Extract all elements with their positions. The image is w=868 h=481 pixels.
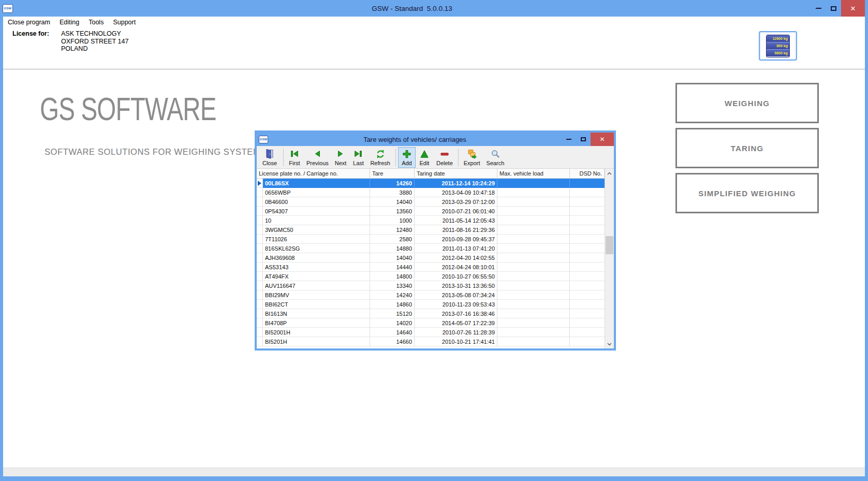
table-row[interactable]: AT494FX148002010-10-27 06:55:50 [257,272,614,281]
cell-date: 2013-10-31 13:36:50 [415,281,497,290]
dialog-close-button[interactable]: ✕ [591,133,614,146]
maximize-button[interactable] [826,0,841,17]
table-row[interactable]: BI52001H146402010-07-26 11:28:39 [257,328,614,337]
scale-display-button[interactable]: 12600 kg 800 kg 9600 kg [759,31,797,61]
dialog-maximize-button[interactable] [576,133,591,146]
dialog-titlebar: GSW Tare weights of vehicles/ carriages … [257,133,614,146]
table-row[interactable]: 00L86SX142602011-12-14 10:24:29 [257,179,614,188]
cell-plate: BI5201H [263,337,370,346]
toolbar-add-button[interactable]: Add [398,147,416,168]
column-header-tare[interactable]: Tare [370,169,415,178]
toolbar-separator [283,149,284,166]
toolbar-last-button[interactable]: Last [349,147,367,168]
cell-dsd [570,318,605,328]
table-row[interactable]: 1010002011-05-14 12:05:43 [257,216,614,225]
cell-tare: 13560 [370,207,415,216]
cell-date: 2010-10-21 17:41:41 [415,337,497,346]
cell-date: 2011-01-13 07:41:20 [415,244,497,253]
cell-plate: 00L86SX [263,179,370,188]
cell-date: 2011-08-16 21:29:36 [415,225,497,235]
toolbar-edit-button[interactable]: Edit [416,147,433,168]
selected-row-arrow-icon [258,181,261,186]
menu-close-program[interactable]: Close program [3,18,55,27]
toolbar-export-button[interactable]: Export [461,147,483,168]
row-indicator [257,253,263,263]
cell-date: 2011-05-14 12:05:43 [415,216,497,225]
toolbar-next-button[interactable]: Next [332,147,350,168]
column-header-plate[interactable]: License plate no. / Carriage no. [257,169,370,178]
scroll-down-button[interactable] [605,340,614,348]
scale-display-row: 9600 kg [767,50,789,56]
row-indicator [257,281,263,290]
table-row[interactable]: 816SKL62SG148802011-01-13 07:41:20 [257,244,614,253]
toolbar-previous-button[interactable]: Previous [303,147,332,168]
toolbar-first-button[interactable]: First [286,147,303,168]
menu-support[interactable]: Support [108,18,140,27]
gs-software-logo: GS SOFTWARE SOFTWARE SOLUTIONS FOR WEIGH… [37,76,255,157]
scrollbar-thumb[interactable] [606,236,613,254]
toolbar-close-button[interactable]: Close [258,147,281,168]
cell-dsd [570,207,605,216]
dialog-controls: ✕ [562,133,614,146]
table-row[interactable]: 0P54307135602010-07-21 06:01:40 [257,207,614,216]
column-header-date[interactable]: Taring date [415,169,497,178]
toolbar-search-button[interactable]: Search [483,147,508,168]
table-row[interactable]: AJH369608140402012-04-20 14:02:55 [257,253,614,263]
column-header-max-load[interactable]: Max. vehicle load [497,169,570,178]
cell-plate: 7T11026 [263,235,370,244]
weighing-button[interactable]: WEIGHING [675,83,819,123]
cell-plate: 0B46600 [263,197,370,207]
cell-dsd [570,216,605,225]
cell-max-load [497,337,570,346]
cell-max-load [497,216,570,225]
table-row[interactable]: BI5201H146602010-10-21 17:41:41 [257,337,614,346]
toolbar-refresh-button[interactable]: Refresh [367,147,393,168]
cell-plate: 3WGMC50 [263,225,370,235]
simplified-weighing-button[interactable]: SIMPLIFIED WEIGHING [675,173,819,213]
cell-max-load [497,188,570,197]
table-row[interactable]: 0B46600140402013-03-29 07:12:00 [257,197,614,207]
table-row[interactable]: 0656WBP38802013-04-09 10:47:18 [257,188,614,197]
dialog-minimize-button[interactable] [562,133,576,146]
last-icon [353,149,363,159]
window-border [865,17,868,481]
cell-date: 2010-07-21 06:01:40 [415,207,497,216]
menu-editing[interactable]: Editing [55,18,84,27]
table-row[interactable]: BI1613N151202013-07-16 16:38:46 [257,309,614,318]
row-indicator [257,235,263,244]
cell-date: 2012-04-20 14:02:55 [415,253,497,263]
license-line: OXFORD STREET 147 [61,38,128,46]
cell-dsd [570,281,605,290]
table-row[interactable]: BBI29MV142402013-05-08 07:34:24 [257,290,614,300]
minimize-button[interactable] [811,0,826,17]
cell-max-load [497,207,570,216]
taring-button[interactable]: TARING [675,128,819,168]
table-row[interactable]: BBI62CT148602010-11-23 09:53:43 [257,300,614,309]
vertical-scrollbar[interactable] [605,169,614,348]
table-row[interactable]: 7T1102625802010-09-28 09:45:37 [257,235,614,244]
cell-plate: BI4708P [263,318,370,328]
table-row[interactable]: AS53143144402012-04-24 08:10:01 [257,263,614,272]
cell-max-load [497,253,570,263]
table-row[interactable]: AUV116647133402013-10-31 13:36:50 [257,281,614,290]
cell-dsd [570,244,605,253]
cell-tare: 2580 [370,235,415,244]
table-header: License plate no. / Carriage no. Tare Ta… [257,169,614,179]
refresh-icon [375,149,386,159]
close-button[interactable]: ✕ [841,0,865,17]
cell-dsd [570,263,605,272]
tare-table: License plate no. / Carriage no. Tare Ta… [257,169,614,348]
toolbar-delete-button[interactable]: Delete [433,147,456,168]
row-indicator [257,328,263,337]
table-row[interactable]: BI4708P140202014-05-07 17:22:39 [257,318,614,328]
table-row[interactable]: 3WGMC50124802011-08-16 21:29:36 [257,225,614,235]
license-info: ASK TECHNOLOGY OXFORD STREET 147 POLAND [61,30,128,53]
column-header-dsd[interactable]: DSD No. [570,169,605,178]
scroll-up-button[interactable] [605,169,614,178]
menu-tools[interactable]: Tools [84,18,108,27]
cell-date: 2013-04-09 10:47:18 [415,188,497,197]
cell-date: 2012-04-24 08:10:01 [415,263,497,272]
window-title: GSW - Standard 5.0.0.13 [13,5,811,12]
cell-dsd [570,309,605,318]
cell-max-load [497,328,570,337]
